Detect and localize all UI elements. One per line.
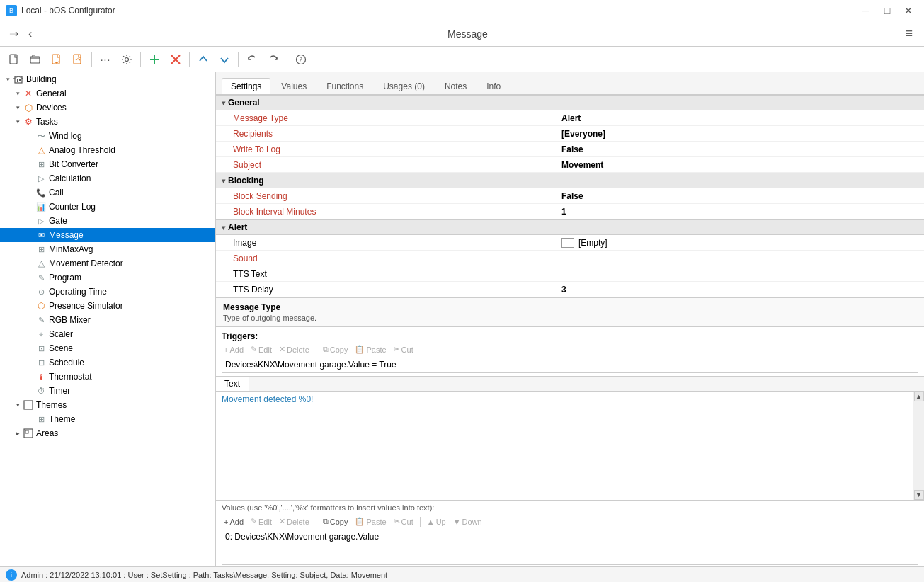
tab-functions[interactable]: Functions (317, 78, 372, 94)
values-cut-button[interactable]: ✂ Cut (392, 516, 416, 527)
tree-item-thermostat[interactable]: 🌡 Thermostat (0, 370, 215, 384)
tree-item-tasks[interactable]: ▾ ⚙ Tasks (0, 115, 215, 129)
tree-item-devices[interactable]: ▾ ⬡ Devices (0, 101, 215, 115)
toolbar-add-button[interactable] (144, 50, 164, 69)
triggers-cut-button[interactable]: ✂ Cut (392, 344, 416, 355)
tab-notes[interactable]: Notes (435, 78, 476, 94)
tree-item-program[interactable]: ✎ Program (0, 270, 215, 285)
scroll-down-arrow[interactable]: ▼ (914, 490, 924, 500)
svg-rect-14 (24, 401, 33, 409)
close-button[interactable]: ✕ (899, 3, 918, 18)
toolbar-new-button[interactable] (4, 50, 24, 69)
toolbar-redo-button[interactable] (263, 50, 283, 69)
tree-item-areas[interactable]: ▸ Areas (0, 426, 215, 440)
values-list[interactable]: 0: Devices\KNX\Movement garage.Value (222, 530, 918, 565)
tab-info[interactable]: Info (477, 78, 510, 94)
toolbar-open-button[interactable] (25, 50, 45, 69)
toolbar-import-button[interactable] (68, 50, 88, 69)
tree-item-building[interactable]: ▾ Building (0, 72, 215, 86)
section-toggle-blocking: ▾ (222, 177, 225, 185)
toolbar-help-button[interactable]: ? (291, 50, 311, 69)
tree-item-calculation[interactable]: ▷ Calculation (0, 171, 215, 186)
tree-item-message[interactable]: ✉ Message (0, 228, 215, 242)
prop-name-messagetype: Message Type (216, 112, 556, 125)
tree-toggle-tasks[interactable]: ▾ (13, 117, 23, 127)
tree-toggle-theme (25, 414, 35, 424)
values-paste-button[interactable]: 📋 Paste (353, 516, 388, 527)
tree-toggle-scaler (25, 329, 35, 339)
section-header-alert[interactable]: ▾ Alert (216, 219, 924, 235)
tab-settings[interactable]: Settings (222, 78, 270, 94)
triggers-paste-button[interactable]: 📋 Paste (353, 344, 388, 355)
tree-item-presencesimulator[interactable]: ⬡ Presence Simulator (0, 299, 215, 313)
toolbar-settings-button[interactable] (117, 50, 137, 69)
values-up-button[interactable]: ▲ Up (425, 517, 448, 527)
values-copy-button[interactable]: ⧉ Copy (321, 516, 350, 527)
tree-label-themes: Themes (36, 400, 67, 410)
tree-label-thermostat: Thermostat (49, 372, 92, 382)
tree-item-bitconverter[interactable]: ⊞ Bit Converter (0, 157, 215, 171)
schedule-icon: ⊟ (35, 357, 47, 368)
description-title: Message Type (223, 302, 917, 312)
tab-values[interactable]: Values (272, 78, 316, 94)
triggers-delete-button[interactable]: ✕ Delete (277, 344, 312, 355)
values-add-icon: + (224, 518, 228, 526)
tree-item-schedule[interactable]: ⊟ Schedule (0, 355, 215, 370)
tree-toggle-devices[interactable]: ▾ (13, 103, 23, 113)
tree-item-scaler[interactable]: ⌖ Scaler (0, 327, 215, 341)
tree-item-scene[interactable]: ⊡ Scene (0, 341, 215, 355)
minimize-button[interactable]: ─ (856, 3, 876, 18)
triggers-add-button[interactable]: + Add (222, 345, 246, 355)
toolbar-down-button[interactable] (215, 50, 234, 69)
values-edit-button[interactable]: ✎ Edit (249, 516, 274, 527)
values-delete-button[interactable]: ✕ Delete (277, 516, 312, 527)
section-header-general[interactable]: ▾ General (216, 95, 924, 110)
tree-item-timer[interactable]: ⏱ Timer (0, 384, 215, 398)
tree-item-counterlog[interactable]: 📊 Counter Log (0, 200, 215, 214)
values-down-button[interactable]: ▼ Down (451, 517, 484, 527)
text-tab-bar: Text (216, 377, 924, 392)
toolbar-delete-button[interactable] (166, 50, 186, 69)
title-bar-left: B Local - bOS Configurator (6, 5, 115, 16)
toolbar-undo-button[interactable] (242, 50, 262, 69)
tree-item-analogthreshold[interactable]: △ Analog Threshold (0, 143, 215, 157)
tree-item-gate[interactable]: ▷ Gate (0, 214, 215, 228)
tree-toggle-general[interactable]: ▾ (13, 89, 23, 98)
text-tab-text[interactable]: Text (216, 377, 249, 391)
text-editor-input[interactable] (216, 392, 924, 498)
triggers-copy-label: Copy (330, 346, 348, 354)
tree-item-rgbmixer[interactable]: ✎ RGB Mixer (0, 313, 215, 327)
tree-toggle-themes[interactable]: ▾ (13, 400, 23, 410)
maximize-button[interactable]: □ (877, 3, 897, 18)
trigger-item-0[interactable]: Devices\KNX\Movement garage.Value = True (225, 360, 915, 370)
tree-toggle-areas[interactable]: ▸ (13, 428, 23, 438)
value-item-0[interactable]: 0: Devices\KNX\Movement garage.Value (225, 532, 915, 542)
areas-icon (23, 428, 34, 439)
presencesimulator-icon: ⬡ (35, 300, 47, 312)
toolbar-export-button[interactable] (47, 50, 67, 69)
tree-item-theme[interactable]: ⊞ Theme (0, 412, 215, 426)
triggers-list[interactable]: Devices\KNX\Movement garage.Value = True (222, 358, 918, 373)
triggers-edit-button[interactable]: ✎ Edit (249, 344, 274, 355)
tree-item-windlog[interactable]: 〜 Wind log (0, 129, 215, 143)
values-cut-label: Cut (401, 518, 413, 526)
tree-item-movementdetector[interactable]: △ Movement Detector (0, 256, 215, 270)
triggers-copy-button[interactable]: ⧉ Copy (321, 344, 350, 355)
toolbar-up-button[interactable] (193, 50, 213, 69)
values-add-button[interactable]: + Add (222, 517, 246, 527)
toolbar-dots-button[interactable]: ··· (96, 50, 115, 69)
section-header-blocking[interactable]: ▾ Blocking (216, 173, 924, 188)
tree-item-general[interactable]: ▾ ✕ General (0, 86, 215, 101)
tree-item-themes[interactable]: ▾ Themes (0, 398, 215, 412)
back-nav-button[interactable]: ‹ (25, 25, 35, 42)
tree-item-operatingtime[interactable]: ⊙ Operating Time (0, 285, 215, 299)
tree-item-call[interactable]: 📞 Call (0, 186, 215, 200)
tab-usages[interactable]: Usages (0) (374, 78, 434, 94)
tree-item-minmaxavg[interactable]: ⊞ MinMaxAvg (0, 242, 215, 256)
forward-nav-button[interactable]: ⇒ (6, 25, 22, 42)
prop-row-recipients: Recipients [Everyone] (216, 126, 924, 142)
hamburger-menu-button[interactable]: ≡ (899, 24, 918, 43)
scroll-up-arrow[interactable]: ▲ (914, 392, 924, 401)
minmaxavg-icon: ⊞ (35, 244, 47, 255)
tree-toggle-building[interactable]: ▾ (3, 74, 13, 84)
